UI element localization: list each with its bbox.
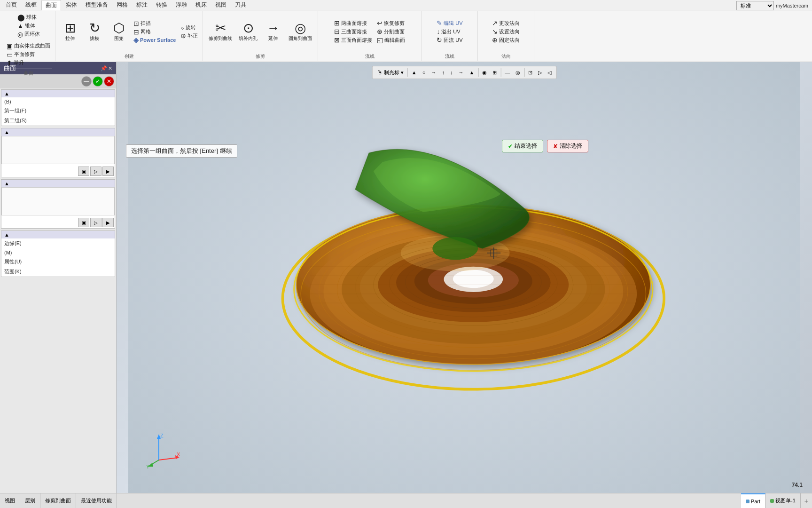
vt-btn-11[interactable]: ◎ bbox=[514, 69, 522, 76]
vt-btn-1[interactable]: ▲ bbox=[410, 69, 419, 76]
section3-tool3[interactable]: ▶ bbox=[102, 218, 114, 227]
menu-item-relief[interactable]: 浮雕 bbox=[172, 0, 191, 10]
section3-header[interactable]: ▲ bbox=[1, 180, 115, 187]
tab-view1[interactable]: 视图单-1 bbox=[765, 493, 801, 508]
svg-point-23 bbox=[432, 237, 478, 260]
btn-cone[interactable]: ▲ 锥体 bbox=[16, 22, 38, 30]
menu-item-surface[interactable]: 曲面 bbox=[41, 0, 61, 10]
section4-header[interactable]: ▲ bbox=[1, 231, 115, 238]
panel-minimize-btn[interactable]: — bbox=[81, 76, 92, 87]
section3-tool2[interactable]: ▷ bbox=[90, 218, 102, 227]
grid-icon: ⊟ bbox=[133, 29, 139, 35]
fix-uv-icon: ↻ bbox=[437, 37, 442, 43]
btn-torus[interactable]: ◎ 圆环体 bbox=[16, 30, 42, 38]
menu-item-wireframe[interactable]: 线框 bbox=[22, 0, 40, 10]
vt-btn-8[interactable]: ◉ bbox=[480, 69, 489, 76]
menu-item-view[interactable]: 视图 bbox=[211, 0, 230, 10]
btn-change-normal[interactable]: ↗ 更改法向 bbox=[490, 19, 522, 27]
vt-btn-2[interactable]: ○ bbox=[421, 69, 428, 76]
btn-trim-to-curve[interactable]: ✂ 修剪到曲线 bbox=[206, 19, 235, 44]
btn-overflow-uv[interactable]: ↓ 溢出 UV bbox=[435, 28, 464, 36]
offset-icon: ⊕ bbox=[180, 32, 186, 39]
btn-rotate[interactable]: ⬦ 旋转 bbox=[179, 24, 200, 32]
menu-item-home[interactable]: 首页 bbox=[2, 0, 21, 10]
btn-restore-trim[interactable]: ↩ 恢复修剪 bbox=[375, 19, 407, 27]
btn-cage[interactable]: ⬡ 围笼 bbox=[107, 19, 131, 44]
bottom-tab-layers[interactable]: 层别 bbox=[20, 493, 40, 508]
btn-extrude[interactable]: ⊞ 拉伸 bbox=[58, 19, 82, 44]
vt-btn-13[interactable]: ▷ bbox=[536, 69, 544, 76]
edit-surface-icon: ◱ bbox=[377, 37, 383, 43]
btn-revolve[interactable]: ↻ 拔模 bbox=[83, 19, 106, 44]
split-icon: ⊛ bbox=[377, 28, 383, 35]
section1-header[interactable]: ▲ bbox=[1, 90, 115, 97]
bottom-tab-view[interactable]: 视图 bbox=[0, 493, 20, 508]
menu-item-solid[interactable]: 实体 bbox=[62, 0, 81, 10]
btn-sweep[interactable]: ⊡ 扫描 bbox=[132, 19, 178, 27]
vt-btn-12[interactable]: ⊡ bbox=[526, 69, 534, 76]
btn-fix-uv[interactable]: ↻ 固流 UV bbox=[435, 36, 464, 44]
section2-textarea[interactable] bbox=[1, 136, 115, 164]
section2-header[interactable]: ▲ bbox=[1, 128, 115, 136]
vt-btn-6[interactable]: → bbox=[456, 69, 465, 76]
vt-btn-10[interactable]: — bbox=[503, 69, 512, 76]
vt-btn-7[interactable]: ▲ bbox=[467, 69, 476, 76]
group-label-trim: 修剪 bbox=[206, 52, 315, 61]
btn-split-surface[interactable]: ⊛ 分割曲面 bbox=[375, 28, 407, 36]
vt-btn-4[interactable]: ↑ bbox=[440, 69, 446, 76]
menu-item-model-prep[interactable]: 模型准备 bbox=[82, 0, 112, 10]
section2-tool2[interactable]: ▷ bbox=[90, 167, 102, 176]
btn-offset[interactable]: ⊕ 补正 bbox=[179, 32, 200, 40]
btn-sphere[interactable]: ⬤ 球体 bbox=[16, 13, 39, 21]
btn-fill-hole[interactable]: ⊙ 填补内孔 bbox=[236, 19, 260, 44]
vt-btn-9[interactable]: ⊞ bbox=[491, 69, 499, 76]
panel-pin-icon[interactable]: 📌 bbox=[101, 65, 107, 71]
menu-item-mesh[interactable]: 网格 bbox=[113, 0, 132, 10]
standard-dropdown[interactable]: 标准 bbox=[736, 1, 774, 10]
vt-btn-14[interactable]: ◁ bbox=[546, 69, 553, 76]
btn-three-surface-blend[interactable]: ⊟ 三曲面熔接 bbox=[332, 28, 374, 36]
panel-confirm-btn[interactable]: ✓ bbox=[93, 76, 103, 87]
btn-set-normal[interactable]: ↘ 设置法向 bbox=[490, 28, 522, 36]
btn-edit-uv[interactable]: ✎ 编辑 UV bbox=[435, 19, 464, 27]
section2-tool3[interactable]: ▶ bbox=[102, 167, 114, 176]
btn-two-surface-blend[interactable]: ⊞ 两曲面熔接 bbox=[332, 19, 374, 27]
section3-tool1[interactable]: ▣ bbox=[78, 218, 89, 227]
tab-part[interactable]: Part bbox=[741, 493, 765, 508]
menu-item-transform[interactable]: 转换 bbox=[152, 0, 171, 10]
bottom-tab-recent[interactable]: 最近使用功能 bbox=[76, 493, 117, 508]
add-view-tab-btn[interactable]: + bbox=[801, 493, 812, 508]
view-tab-group: Part 视图单-1 + bbox=[741, 493, 812, 508]
group-label-uv: 流线 bbox=[424, 52, 475, 61]
two-blend-icon: ⊞ bbox=[334, 20, 340, 26]
btn-solid-to-surface[interactable]: ▣ 由实体生成曲面 bbox=[5, 42, 52, 50]
fix-normal-icon: ⊕ bbox=[492, 37, 498, 43]
btn-loft[interactable]: ⬆ 举升 bbox=[5, 59, 26, 67]
panel-cancel-btn[interactable]: ✕ bbox=[104, 76, 114, 87]
vt-cursor-icon[interactable]: 🖱 制光标 ▾ bbox=[375, 69, 406, 77]
section2-tool1[interactable]: ▣ bbox=[78, 167, 89, 176]
btn-three-corner-blend[interactable]: ⊠ 三面角面熔接 bbox=[332, 36, 374, 44]
cancel-selection-btn[interactable]: ✘ 清除选择 bbox=[547, 140, 588, 152]
btn-fillet-surface[interactable]: ◎ 圆角到曲面 bbox=[286, 19, 315, 44]
btn-flat-trim[interactable]: ▭ 平面修剪 bbox=[5, 50, 37, 58]
btn-grid[interactable]: ⊟ 网格 bbox=[132, 28, 178, 36]
bottom-tab-trim-surface[interactable]: 修剪到曲面 bbox=[40, 493, 76, 508]
vt-btn-3[interactable]: → bbox=[429, 69, 438, 76]
menu-item-toolpath[interactable]: 刀具 bbox=[231, 0, 250, 10]
btn-edit-surface[interactable]: ◱ 编辑曲面 bbox=[375, 36, 407, 44]
sweep-icon: ⊡ bbox=[133, 20, 139, 27]
edit-uv-icon: ✎ bbox=[437, 20, 442, 26]
btn-power-surface[interactable]: ◈ Power Surface bbox=[132, 36, 178, 44]
3d-scene bbox=[117, 62, 812, 493]
btn-fix-normal[interactable]: ⊕ 固定法向 bbox=[490, 36, 522, 44]
menu-item-machine[interactable]: 机床 bbox=[192, 0, 211, 10]
menu-item-markup[interactable]: 标注 bbox=[133, 0, 151, 10]
row-edge: 边缘(E) bbox=[1, 238, 115, 248]
vt-btn-5[interactable]: ↓ bbox=[448, 69, 455, 76]
confirm-selection-btn[interactable]: ✔ 结束选择 bbox=[502, 140, 543, 152]
btn-extend[interactable]: → 延伸 bbox=[261, 19, 285, 44]
panel-section-1: ▲ (B) 第一组(F) 第二组(S) bbox=[1, 89, 115, 126]
section3-textarea[interactable] bbox=[1, 187, 115, 215]
panel-close-icon[interactable]: ✕ bbox=[108, 65, 112, 71]
